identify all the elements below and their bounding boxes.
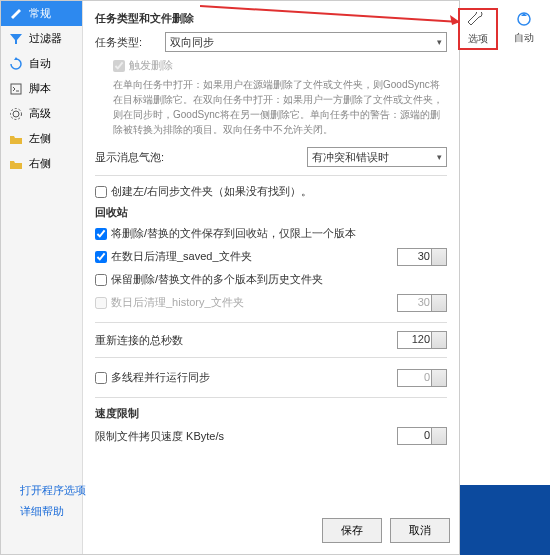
sidebar-label: 脚本 <box>29 81 51 96</box>
cleanup-saved-checkbox[interactable]: 在数日后清理_saved_文件夹 <box>95 249 252 264</box>
script-icon <box>9 82 23 96</box>
divider <box>95 322 447 323</box>
multithread-checkbox[interactable]: 多线程并行运行同步 <box>95 370 210 385</box>
gear-icon <box>9 107 23 121</box>
options-dialog: 常规 过滤器 自动 脚本 高级 左侧 右侧 任务类型和文件删除 任务类 <box>0 0 460 555</box>
task-type-value: 双向同步 <box>170 35 214 50</box>
speed-title: 速度限制 <box>95 406 447 421</box>
chevron-down-icon: ▾ <box>437 152 442 162</box>
sidebar-item-script[interactable]: 脚本 <box>1 76 82 101</box>
balloon-label: 显示消息气泡: <box>95 150 185 165</box>
sidebar-label: 右侧 <box>29 156 51 171</box>
app-toolbar: 选项 自动 <box>458 8 544 50</box>
open-program-options-link[interactable]: 打开程序选项 <box>20 483 86 498</box>
sidebar-label: 常规 <box>29 6 51 21</box>
sidebar-item-general[interactable]: 常规 <box>1 1 82 26</box>
speed-limit-spinner[interactable]: 0 <box>397 427 447 445</box>
detailed-help-link[interactable]: 详细帮助 <box>20 504 86 519</box>
help-text: 在单向任务中打开：如果用户在源端删除了文件或文件夹，则GoodSync将在目标端… <box>113 77 447 137</box>
sidebar-label: 高级 <box>29 106 51 121</box>
folder-right-icon <box>9 157 23 171</box>
cycle-icon <box>514 11 534 27</box>
cleanup-history-spinner: 30 <box>397 294 447 312</box>
bottom-links: 打开程序选项 详细帮助 <box>20 477 86 525</box>
sidebar-item-filter[interactable]: 过滤器 <box>1 26 82 51</box>
trigger-delete-checkbox[interactable]: 触发删除 <box>113 58 447 73</box>
balloon-select[interactable]: 有冲突和错误时 ▾ <box>307 147 447 167</box>
sidebar-item-right[interactable]: 右侧 <box>1 151 82 176</box>
sidebar-label: 自动 <box>29 56 51 71</box>
multithread-spinner: 0 <box>397 369 447 387</box>
sidebar-item-left[interactable]: 左侧 <box>1 126 82 151</box>
cleanup-saved-spinner[interactable]: 30 <box>397 248 447 266</box>
keep-history-checkbox[interactable]: 保留删除/替换文件的多个版本到历史文件夹 <box>95 272 447 287</box>
svg-point-1 <box>13 111 19 117</box>
create-folders-checkbox[interactable]: 创建左/右同步文件夹（如果没有找到）。 <box>95 184 447 199</box>
divider <box>95 397 447 398</box>
desktop-background <box>460 485 550 555</box>
tool-icon <box>9 7 23 21</box>
cancel-button[interactable]: 取消 <box>390 518 450 543</box>
chevron-down-icon: ▾ <box>437 37 442 47</box>
divider <box>95 175 447 176</box>
sidebar-label: 过滤器 <box>29 31 62 46</box>
folder-left-icon <box>9 132 23 146</box>
divider <box>95 357 447 358</box>
speed-limit-label: 限制文件拷贝速度 KByte/s <box>95 429 224 444</box>
refresh-icon <box>9 57 23 71</box>
auto-button[interactable]: 自动 <box>504 8 544 50</box>
task-type-select[interactable]: 双向同步 ▾ <box>165 32 447 52</box>
save-button[interactable]: 保存 <box>322 518 382 543</box>
balloon-value: 有冲突和错误时 <box>312 150 389 165</box>
sidebar-label: 左侧 <box>29 131 51 146</box>
wrench-icon <box>468 12 488 28</box>
svg-rect-0 <box>11 84 21 94</box>
reconnect-label: 重新连接的总秒数 <box>95 333 183 348</box>
task-type-label: 任务类型: <box>95 35 165 50</box>
content-pane: 任务类型和文件删除 任务类型: 双向同步 ▾ 触发删除 在单向任务中打开：如果用… <box>83 1 459 554</box>
dialog-footer: 保存 取消 <box>322 518 450 543</box>
funnel-icon <box>9 32 23 46</box>
sidebar: 常规 过滤器 自动 脚本 高级 左侧 右侧 <box>1 1 83 554</box>
section-title: 任务类型和文件删除 <box>95 11 447 26</box>
reconnect-spinner[interactable]: 120 <box>397 331 447 349</box>
recycle-title: 回收站 <box>95 205 447 220</box>
sidebar-item-advanced[interactable]: 高级 <box>1 101 82 126</box>
options-button[interactable]: 选项 <box>458 8 498 50</box>
save-recycle-checkbox[interactable]: 将删除/替换的文件保存到回收站，仅限上一个版本 <box>95 226 447 241</box>
svg-point-2 <box>11 108 22 119</box>
cleanup-history-checkbox[interactable]: 数日后清理_history_文件夹 <box>95 295 244 310</box>
sidebar-item-auto[interactable]: 自动 <box>1 51 82 76</box>
